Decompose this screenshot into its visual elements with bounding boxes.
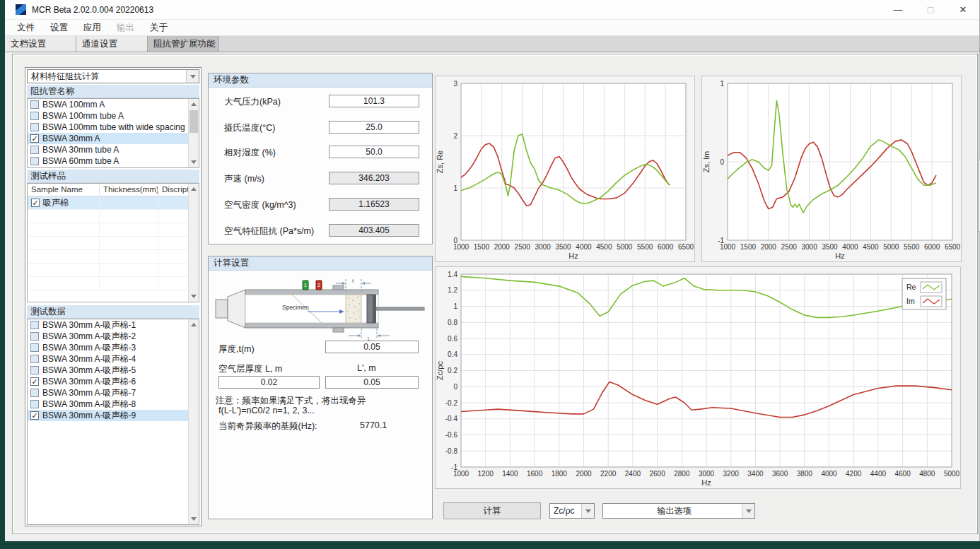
- env-field-label: 相对湿度 (%): [224, 147, 276, 159]
- thickness-input[interactable]: 0.05: [325, 341, 419, 353]
- env-field-input: 403.405: [329, 224, 419, 237]
- svg-text:Zc/ρc: Zc/ρc: [436, 360, 444, 380]
- svg-text:0.4: 0.4: [448, 350, 457, 358]
- app-icon: [16, 4, 26, 15]
- tab-1[interactable]: 文档设置: [5, 36, 76, 52]
- tube-checkbox[interactable]: ✓: [30, 134, 39, 143]
- data-item[interactable]: BSWA 30mm A-吸声棉-4: [28, 353, 199, 365]
- window-controls: — ◻ ✕: [882, 0, 979, 19]
- sample-table-scrollbar[interactable]: [188, 184, 199, 302]
- tube-item[interactable]: BSWA 30mm tube A: [28, 144, 199, 155]
- scroll-down-icon[interactable]: [189, 157, 199, 167]
- tube-checkbox[interactable]: [30, 100, 39, 109]
- data-item[interactable]: BSWA 30mm A-吸声棉-8: [28, 399, 199, 410]
- env-field-input[interactable]: 101.3: [329, 95, 419, 107]
- svg-text:Re: Re: [906, 283, 916, 291]
- tube-label: BSWA 100mm tube A: [42, 111, 124, 121]
- menu-item-2[interactable]: 设置: [42, 20, 76, 35]
- data-checkbox[interactable]: ✓: [30, 411, 39, 420]
- svg-text:6000: 6000: [658, 243, 674, 251]
- data-checkbox[interactable]: ✓: [30, 377, 39, 386]
- scroll-up-icon[interactable]: [189, 184, 199, 194]
- scroll-down-icon[interactable]: [189, 514, 199, 524]
- scroll-up-icon[interactable]: [189, 319, 199, 330]
- empty-cell: [158, 237, 189, 249]
- svg-text:2400: 2400: [625, 470, 641, 478]
- svg-text:2: 2: [453, 132, 457, 140]
- data-item[interactable]: BSWA 30mm A-吸声棉-5: [28, 365, 199, 376]
- data-checkbox[interactable]: [30, 332, 39, 341]
- tube-item[interactable]: BSWA 100mm tube A: [28, 110, 199, 122]
- menu-item-1[interactable]: 文件: [9, 20, 42, 35]
- data-checkbox[interactable]: [30, 321, 39, 329]
- tab-2[interactable]: 通道设置: [76, 36, 148, 52]
- tube-checkbox[interactable]: [30, 123, 39, 131]
- scroll-up-icon[interactable]: [189, 99, 199, 110]
- tube-item[interactable]: BSWA 100mm tube with wide spacing: [28, 122, 199, 133]
- data-checkbox[interactable]: [30, 355, 39, 363]
- data-item[interactable]: BSWA 30mm A-吸声棉-2: [28, 331, 199, 342]
- tube-label: BSWA 30mm tube A: [42, 145, 119, 155]
- calculate-button[interactable]: 计算: [443, 502, 541, 519]
- airgap-lprime-input[interactable]: 0.05: [325, 376, 419, 389]
- env-field-input[interactable]: 50.0: [329, 146, 419, 158]
- tube-checkbox[interactable]: [30, 146, 39, 154]
- sample-row[interactable]: ✓吸声棉: [28, 196, 199, 210]
- output-options-value: 输出选项: [603, 505, 742, 517]
- data-checkbox[interactable]: [30, 366, 39, 374]
- data-checkbox[interactable]: [30, 343, 39, 352]
- empty-cell: [100, 237, 158, 249]
- svg-text:5000: 5000: [944, 470, 960, 478]
- scrollbar-thumb[interactable]: [189, 110, 198, 133]
- title-bar: MCR Beta 2.02.0.004 20220613 — ◻ ✕: [5, 0, 979, 20]
- sample-table-rows: ✓吸声棉: [28, 196, 199, 290]
- chevron-down-icon[interactable]: [581, 504, 594, 518]
- close-button[interactable]: ✕: [947, 0, 979, 19]
- sample-column-header: Thickness(mm): [100, 184, 158, 196]
- tube-checkbox[interactable]: [30, 157, 39, 165]
- data-item[interactable]: BSWA 30mm A-吸声棉-1: [28, 319, 199, 331]
- svg-text:4500: 4500: [596, 243, 612, 251]
- sample-checkbox[interactable]: ✓: [31, 199, 40, 207]
- data-item[interactable]: BSWA 30mm A-吸声棉-3: [28, 342, 199, 353]
- tube-item[interactable]: BSWA 100mm A: [28, 99, 199, 110]
- mic2-label: 2: [317, 283, 320, 288]
- data-list-scrollbar[interactable]: [188, 319, 199, 524]
- dim-t-label: t: [352, 278, 354, 284]
- svg-text:-0.4: -0.4: [445, 415, 458, 423]
- svg-text:3500: 3500: [555, 243, 571, 251]
- env-field-row: 空气特征阻抗 (Pa*s/m)403.405: [209, 224, 432, 238]
- svg-text:Hz: Hz: [701, 478, 711, 487]
- tube-checkbox[interactable]: [30, 112, 39, 120]
- airgap-l-input[interactable]: 0.02: [218, 376, 320, 389]
- svg-text:4000: 4000: [821, 470, 837, 478]
- chevron-down-icon[interactable]: [186, 70, 199, 83]
- env-field-input: 1.16523: [329, 198, 419, 211]
- env-field-input[interactable]: 25.0: [329, 121, 419, 134]
- scroll-down-icon[interactable]: [189, 291, 199, 302]
- data-label: BSWA 30mm A-吸声棉-3: [42, 342, 136, 354]
- chevron-down-icon[interactable]: [742, 504, 754, 518]
- data-item[interactable]: ✓BSWA 30mm A-吸声棉-6: [28, 376, 199, 387]
- svg-text:1000: 1000: [453, 470, 469, 478]
- menu-item-5[interactable]: 关于: [142, 20, 175, 35]
- quantity-value: Zc/ρc: [550, 506, 581, 516]
- data-checkbox[interactable]: [30, 389, 39, 397]
- svg-text:1200: 1200: [478, 470, 494, 478]
- svg-text:1000: 1000: [453, 243, 469, 251]
- tube-item[interactable]: ✓BSWA 30mm A: [28, 133, 199, 144]
- tube-list-scrollbar[interactable]: [188, 99, 199, 167]
- data-item[interactable]: BSWA 30mm A-吸声棉-7: [28, 387, 199, 399]
- svg-text:0: 0: [720, 158, 724, 166]
- tube-item[interactable]: BSWA 60mm tube A: [28, 155, 199, 167]
- data-checkbox[interactable]: [30, 400, 39, 408]
- data-label: BSWA 30mm A-吸声棉-8: [42, 399, 136, 411]
- quantity-dropdown[interactable]: Zc/ρc: [549, 503, 595, 519]
- output-options-dropdown[interactable]: 输出选项: [602, 503, 755, 519]
- chart-zs-re: 1000150020002500300035004000450050005500…: [435, 76, 695, 262]
- tab-3[interactable]: 阻抗管扩展功能: [148, 36, 219, 52]
- menu-item-3[interactable]: 应用: [76, 20, 109, 35]
- minimize-button[interactable]: —: [882, 0, 914, 19]
- data-item[interactable]: ✓BSWA 30mm A-吸声棉-9: [28, 410, 199, 421]
- calc-type-dropdown[interactable]: 材料特征阻抗计算: [27, 69, 199, 83]
